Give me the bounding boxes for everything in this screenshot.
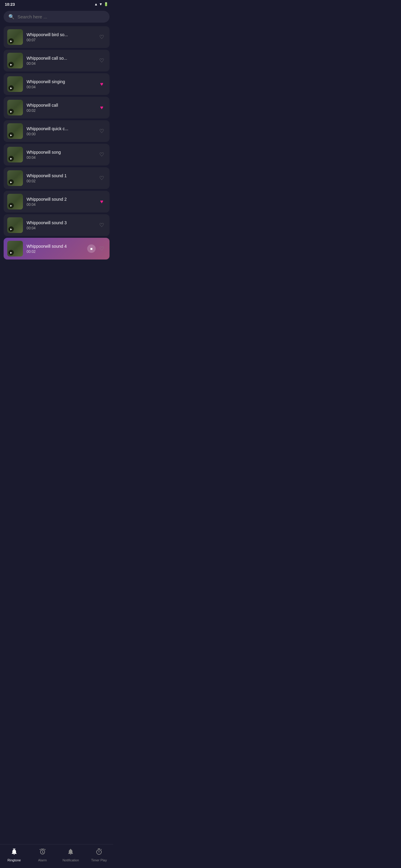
search-input[interactable] [18,14,105,19]
sound-thumbnail-8: ▶ [7,194,23,210]
sound-actions-6: ♡ [97,150,106,159]
sound-duration-2: 00:04 [27,61,94,66]
sound-info-8: Whippoorwill sound 2 00:04 [27,197,94,207]
favorite-button-2[interactable]: ♡ [97,56,106,65]
status-time: 10:23 [5,2,15,7]
sound-name-5: Whippoorwill quick c... [27,126,94,131]
timer-nav-icon [95,848,103,857]
sound-duration-3: 00:04 [27,85,94,89]
play-icon-8: ▶ [8,203,14,208]
sound-item-4[interactable]: ▶ Whippoorwill call 00:02 ♥ [4,97,110,119]
sound-info-7: Whippoorwill sound 1 00:02 [27,173,94,183]
sound-thumbnail-5: ▶ [7,123,23,139]
sound-duration-1: 00:07 [27,38,94,42]
favorite-button-7[interactable]: ♡ [97,174,106,182]
sound-info-2: Whippoorwill call so... 00:04 [27,56,94,66]
sound-item-7[interactable]: ▶ Whippoorwill sound 1 00:02 ♡ [4,167,110,189]
sound-info-5: Whippoorwill quick c... 00:00 [27,126,94,136]
sound-thumbnail-1: ▶ [7,29,23,45]
sound-actions-3: ♥ [97,80,106,88]
sound-info-9: Whippoorwill sound 3 00:04 [27,220,94,230]
sound-item-1[interactable]: ▶ Whippoorwill bird so... 00:07 ♡ [4,26,110,48]
search-icon: 🔍 [8,14,15,20]
sound-item-6[interactable]: ▶ Whippoorwill song 00:04 ♡ [4,144,110,165]
sound-actions-7: ♡ [97,174,106,182]
play-icon-6: ▶ [8,156,14,161]
sound-name-4: Whippoorwill call [27,103,94,107]
sound-item-8[interactable]: ▶ Whippoorwill sound 2 00:04 ♥ [4,191,110,213]
sound-actions-2: ♡ [97,56,106,65]
sound-actions-8: ♥ [97,197,106,206]
play-icon-3: ▶ [8,85,14,91]
favorite-button-1[interactable]: ♡ [97,33,106,41]
sound-item-2[interactable]: ▶ Whippoorwill call so... 00:04 ♡ [4,50,110,71]
sound-name-10: Whippoorwill sound 4 [27,244,84,249]
play-icon-4: ▶ [8,109,14,114]
sound-duration-9: 00:04 [27,226,94,230]
sound-info-4: Whippoorwill call 00:02 [27,103,94,113]
sound-info-1: Whippoorwill bird so... 00:07 [27,32,94,42]
bottom-navigation: Ringtone Alarm Notification [0,844,113,868]
favorite-button-10[interactable]: ♡ [97,244,106,253]
sound-thumbnail-10: ▶ [7,241,23,256]
status-icons: ▲ ▼ 🔋 [94,2,108,6]
sound-item-9[interactable]: ▶ Whippoorwill sound 3 00:04 ♡ [4,214,110,236]
sound-name-2: Whippoorwill call so... [27,56,94,61]
nav-item-notification[interactable]: Notification [62,848,80,862]
sound-item-10[interactable]: ▶ Whippoorwill sound 4 00:02 ⏹ ♡ [4,238,110,259]
ringtone-nav-icon [10,848,18,857]
sound-name-6: Whippoorwill song [27,150,94,155]
play-icon-9: ▶ [8,226,14,232]
sound-name-1: Whippoorwill bird so... [27,32,94,37]
sound-info-10: Whippoorwill sound 4 00:02 [27,244,84,254]
sound-list: ▶ Whippoorwill bird so... 00:07 ♡ ▶ Whip… [0,25,113,262]
play-icon-2: ▶ [8,62,14,67]
alarm-nav-label: Alarm [38,858,47,862]
sound-item-3[interactable]: ▶ Whippoorwill singing 00:04 ♥ [4,73,110,95]
play-icon-5: ▶ [8,132,14,138]
sound-thumbnail-4: ▶ [7,100,23,116]
battery-icon: 🔋 [104,2,108,6]
sound-info-3: Whippoorwill singing 00:04 [27,79,94,89]
notification-nav-label: Notification [62,858,79,862]
favorite-button-5[interactable]: ♡ [97,127,106,135]
favorite-button-4[interactable]: ♥ [97,103,106,112]
sound-name-7: Whippoorwill sound 1 [27,173,94,178]
signal-icon: ▲ [94,2,98,6]
sound-duration-10: 00:02 [27,250,84,254]
play-icon-1: ▶ [8,38,14,44]
favorite-button-8[interactable]: ♥ [97,197,106,206]
play-icon-10: ▶ [8,250,14,255]
sound-duration-4: 00:02 [27,108,94,113]
sound-thumbnail-3: ▶ [7,76,23,92]
sound-thumbnail-6: ▶ [7,147,23,162]
nav-item-ringtone[interactable]: Ringtone [5,848,23,862]
nav-item-timer[interactable]: Timer Play [90,848,108,862]
sound-info-6: Whippoorwill song 00:04 [27,150,94,160]
sound-duration-5: 00:00 [27,132,94,136]
wifi-icon: ▼ [99,2,103,6]
status-bar: 10:23 ▲ ▼ 🔋 [0,0,113,8]
favorite-button-3[interactable]: ♥ [97,80,106,88]
ringtone-nav-label: Ringtone [7,858,21,862]
sound-thumbnail-7: ▶ [7,170,23,186]
sound-actions-9: ♡ [97,221,106,229]
favorite-button-6[interactable]: ♡ [97,150,106,159]
stop-button-10[interactable]: ⏹ [87,244,96,253]
search-bar[interactable]: 🔍 [4,11,110,23]
sound-thumbnail-2: ▶ [7,53,23,68]
sound-duration-7: 00:02 [27,179,94,183]
timer-nav-label: Timer Play [91,858,107,862]
favorite-button-9[interactable]: ♡ [97,221,106,229]
sound-actions-10: ⏹ ♡ [87,244,106,253]
sound-duration-8: 00:04 [27,203,94,207]
sound-actions-1: ♡ [97,33,106,41]
nav-item-alarm[interactable]: Alarm [33,848,52,862]
play-icon-7: ▶ [8,179,14,185]
alarm-nav-icon [39,848,46,857]
sound-actions-5: ♡ [97,127,106,135]
sound-thumbnail-9: ▶ [7,217,23,233]
sound-list-container: ▶ Whippoorwill bird so... 00:07 ♡ ▶ Whip… [0,25,113,292]
sound-name-8: Whippoorwill sound 2 [27,197,94,202]
sound-item-5[interactable]: ▶ Whippoorwill quick c... 00:00 ♡ [4,120,110,142]
